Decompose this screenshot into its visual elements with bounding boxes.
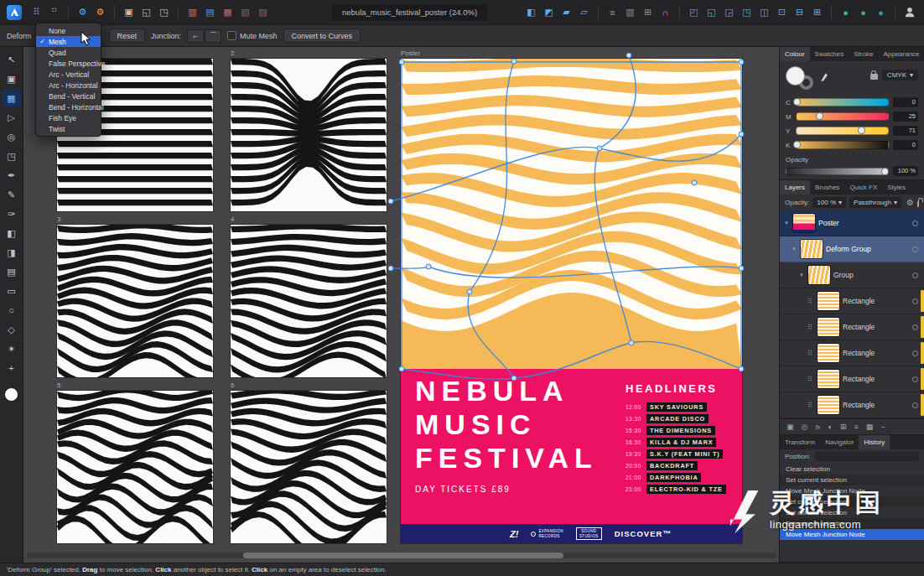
tab-swatches[interactable]: Swatches bbox=[810, 47, 849, 61]
swatch-sync-icon[interactable]: ● bbox=[855, 4, 871, 20]
pen-tool[interactable]: ✒ bbox=[3, 167, 21, 184]
deform-menu-item-none[interactable]: None bbox=[36, 25, 101, 36]
lock-icon[interactable] bbox=[870, 74, 878, 80]
convert-to-curves-button[interactable]: Convert to Curves bbox=[283, 29, 361, 43]
blend-mode-dropdown[interactable]: Passthrough ▾ bbox=[849, 197, 901, 208]
history-entry[interactable]: Set current selection bbox=[780, 507, 924, 518]
layer-thumbnail[interactable] bbox=[818, 396, 839, 414]
poster-artboard-label[interactable]: Poster bbox=[401, 49, 420, 57]
deform-menu-item-bend-vertical[interactable]: Bend - Vertical bbox=[36, 91, 101, 101]
layer-row-rectangle[interactable]: ⠿Rectangle bbox=[780, 392, 924, 418]
slider-thumb[interactable] bbox=[858, 127, 865, 134]
selection-cycle-icon[interactable]: ◱ bbox=[138, 4, 154, 20]
layer-thumbnail[interactable] bbox=[808, 266, 830, 284]
place-image-tool[interactable]: ▤ bbox=[3, 263, 21, 280]
fill-colour-swatch[interactable] bbox=[786, 66, 805, 86]
opacity-slider-thumb[interactable] bbox=[881, 168, 889, 175]
mesh-node[interactable] bbox=[692, 180, 697, 185]
tab-appearance[interactable]: Appearance bbox=[878, 47, 924, 61]
expand-stroke-icon[interactable]: ⊟ bbox=[792, 4, 807, 20]
artboard-label[interactable]: 5 bbox=[57, 381, 60, 389]
layer-visibility-dot[interactable] bbox=[912, 376, 918, 382]
slider-track[interactable] bbox=[796, 112, 889, 121]
canvas[interactable]: 123456 Poster NEBULAMUSICFESTIVAL DAY TI… bbox=[23, 47, 780, 563]
expand-arrow-icon[interactable]: ▾ bbox=[783, 220, 790, 226]
mesh-node[interactable] bbox=[629, 340, 634, 345]
snapping-icon[interactable]: ∩ bbox=[657, 4, 673, 20]
mesh-node[interactable] bbox=[597, 146, 602, 151]
selection-box-icon[interactable]: ▣ bbox=[121, 4, 137, 20]
history-entry[interactable]: Move Mesh Junction Node bbox=[780, 485, 924, 496]
slider-track[interactable] bbox=[796, 127, 889, 135]
layer-row-group[interactable]: ▾Group bbox=[780, 262, 924, 288]
slider-thumb[interactable] bbox=[816, 112, 823, 120]
colour-sync-icon[interactable]: ● bbox=[838, 4, 854, 20]
rasterise-icon[interactable]: ⊞ bbox=[809, 4, 825, 20]
mesh-warp-tool[interactable]: ▦ bbox=[3, 90, 21, 106]
history-entry[interactable]: Set current selection bbox=[780, 518, 924, 529]
document-setup-gear-icon[interactable]: ⚙ bbox=[75, 4, 91, 20]
opacity-slider[interactable] bbox=[786, 168, 889, 175]
colour-picker-icon[interactable] bbox=[820, 70, 829, 85]
scope-mask-icon[interactable]: ▨ bbox=[255, 4, 271, 20]
junction-sharp-button[interactable]: ⌐ bbox=[187, 29, 204, 43]
add-effects-icon[interactable]: fx bbox=[815, 423, 820, 431]
add-layer-icon[interactable]: ▣ bbox=[786, 423, 794, 431]
deform-menu-item-false-perspective[interactable]: False Perspective bbox=[36, 58, 101, 69]
fill-swatch[interactable] bbox=[4, 387, 18, 402]
colour-picker-tool[interactable]: + bbox=[3, 360, 21, 376]
artboard-3[interactable]: 3 bbox=[57, 225, 213, 377]
horizontal-scrollbar[interactable] bbox=[27, 553, 776, 558]
flip-vertical-icon[interactable]: ◩ bbox=[541, 4, 557, 20]
tab-layers[interactable]: Layers bbox=[780, 180, 810, 195]
artboard-label[interactable]: 2 bbox=[231, 49, 234, 57]
artboard-label[interactable]: 6 bbox=[231, 381, 234, 389]
cloud-sync-icon[interactable]: ● bbox=[873, 4, 889, 20]
slider-value[interactable]: 25 bbox=[893, 112, 918, 122]
reset-button[interactable]: Reset bbox=[109, 29, 146, 43]
insert-inside-icon[interactable]: ⊡ bbox=[774, 4, 790, 20]
tab-navigator[interactable]: Navigator bbox=[820, 435, 859, 449]
polygon-tool[interactable]: ◇ bbox=[3, 321, 21, 338]
mesh-node[interactable] bbox=[426, 264, 431, 269]
artboard-label[interactable]: 4 bbox=[231, 215, 234, 223]
layer-thumbnail[interactable] bbox=[818, 292, 839, 310]
layer-visibility-dot[interactable] bbox=[912, 272, 918, 278]
move-to-front-icon[interactable]: ▰ bbox=[558, 4, 574, 20]
move-to-back-icon[interactable]: ▱ bbox=[576, 4, 592, 20]
mesh-node[interactable] bbox=[511, 59, 517, 64]
mesh-node[interactable] bbox=[739, 60, 744, 65]
add-mask-icon[interactable]: ◐ bbox=[828, 423, 833, 431]
horizontal-scrollbar-thumb[interactable] bbox=[243, 553, 563, 558]
colour-mode-dropdown[interactable]: CMYK ▾ bbox=[882, 70, 918, 80]
layer-row-rectangle[interactable]: ⠿Rectangle bbox=[780, 340, 924, 366]
transparency-tool[interactable]: ◨ bbox=[3, 244, 21, 261]
insert-options-icon[interactable]: ≡ bbox=[854, 423, 859, 431]
deform-menu-item-twist[interactable]: Twist bbox=[36, 123, 101, 134]
slider-value[interactable]: 0 bbox=[893, 140, 918, 150]
slider-value[interactable]: 71 bbox=[893, 126, 918, 136]
deform-menu-item-fish-eye[interactable]: Fish Eye bbox=[36, 112, 101, 123]
history-entry[interactable]: Clear selection bbox=[780, 464, 924, 475]
insert-target-parent-icon[interactable]: ⠿ bbox=[29, 4, 44, 20]
layer-visibility-dot[interactable] bbox=[912, 246, 918, 252]
tab-colour[interactable]: Colour bbox=[780, 47, 810, 61]
app-logo-icon[interactable] bbox=[7, 5, 22, 20]
deform-menu-item-mesh[interactable]: ✓Mesh bbox=[36, 36, 101, 47]
layer-row-rectangle[interactable]: ⠿Rectangle bbox=[780, 288, 924, 314]
mesh-node[interactable] bbox=[511, 376, 517, 381]
contour-tool[interactable]: ◎ bbox=[3, 128, 21, 145]
mesh-node[interactable] bbox=[739, 132, 744, 137]
tab-transform[interactable]: Transform bbox=[780, 435, 820, 449]
layer-thumbnail[interactable] bbox=[818, 318, 839, 336]
boolean-subtract-icon[interactable]: ◱ bbox=[703, 4, 719, 20]
scope-stroke-icon[interactable]: ▤ bbox=[202, 4, 218, 20]
tab-history[interactable]: History bbox=[859, 435, 890, 449]
mute-mesh-checkbox-box[interactable] bbox=[227, 31, 236, 40]
slider-value[interactable]: 0 bbox=[893, 97, 918, 107]
artboard-tool[interactable]: ▣ bbox=[3, 70, 21, 87]
fill-tool[interactable]: ◧ bbox=[3, 225, 21, 241]
layer-thumbnail[interactable] bbox=[818, 344, 839, 362]
mesh-node[interactable] bbox=[739, 366, 744, 371]
layer-visibility-dot[interactable] bbox=[912, 324, 918, 330]
